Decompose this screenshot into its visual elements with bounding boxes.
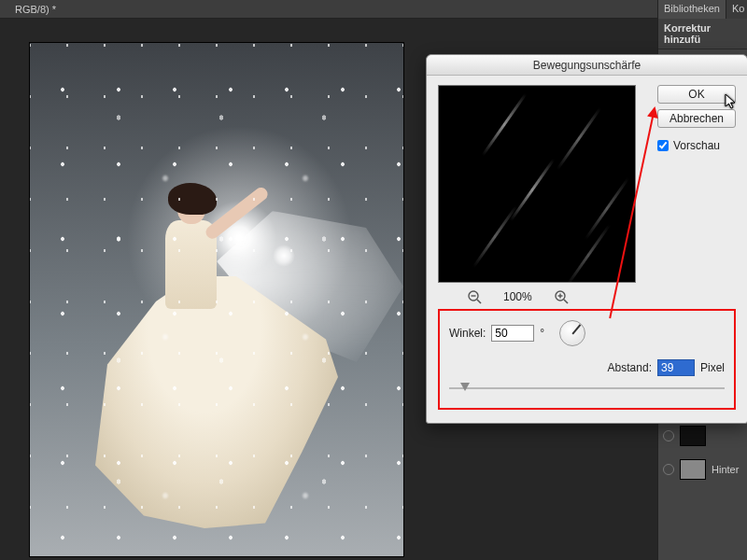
- document-canvas[interactable]: [30, 43, 403, 556]
- visibility-icon[interactable]: [663, 430, 674, 441]
- artwork-figure: [77, 192, 357, 547]
- distance-unit: Pixel: [700, 361, 725, 374]
- angle-unit: °: [540, 327, 544, 340]
- svg-line-1: [477, 300, 481, 303]
- cancel-button[interactable]: Abbrechen: [657, 109, 736, 128]
- tab-korrekturen[interactable]: Ko: [726, 0, 747, 19]
- layer-row[interactable]: Hinter: [657, 455, 747, 483]
- filter-preview[interactable]: [438, 85, 636, 283]
- preview-checkbox[interactable]: [657, 140, 669, 151]
- mouse-cursor: [725, 93, 738, 110]
- svg-line-4: [564, 300, 568, 303]
- panel-tabs: Bibliotheken Ko: [658, 0, 747, 19]
- preview-checkbox-row[interactable]: Vorschau: [657, 139, 736, 152]
- distance-input[interactable]: [657, 359, 695, 376]
- distance-slider[interactable]: [449, 384, 725, 393]
- zoom-in-icon[interactable]: [553, 288, 570, 305]
- document-tab-bar: RGB/8) *: [0, 0, 747, 19]
- distance-label: Abstand:: [608, 361, 652, 374]
- dialog-title: Bewegungsunschärfe: [427, 55, 747, 76]
- angle-label: Winkel:: [449, 327, 486, 340]
- angle-dial[interactable]: [559, 320, 585, 346]
- preview-checkbox-label: Vorschau: [673, 139, 720, 152]
- layer-thumbnail: [680, 426, 706, 446]
- angle-input[interactable]: [491, 325, 534, 342]
- zoom-out-icon[interactable]: [466, 288, 483, 305]
- adjustments-header: Korrektur hinzufü: [658, 19, 747, 49]
- zoom-level: 100%: [503, 290, 532, 303]
- layer-thumbnail: [680, 459, 706, 480]
- slider-thumb[interactable]: [460, 383, 470, 391]
- visibility-icon[interactable]: [663, 464, 674, 475]
- document-tab[interactable]: RGB/8) *: [7, 1, 63, 18]
- layer-row[interactable]: [657, 422, 747, 450]
- motion-blur-dialog: Bewegungsunschärfe OK Abbrechen Vorschau…: [426, 54, 747, 424]
- filter-controls: Winkel: ° Abstand: Pixel: [438, 309, 736, 410]
- layer-name: Hinter: [712, 464, 739, 475]
- tab-bibliotheken[interactable]: Bibliotheken: [658, 0, 726, 19]
